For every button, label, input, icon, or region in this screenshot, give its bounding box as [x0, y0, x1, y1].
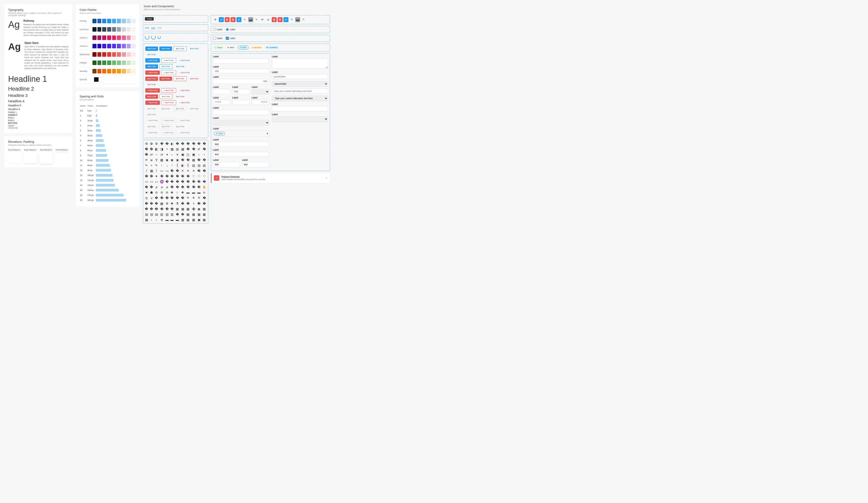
icon-button[interactable]: ✎ — [242, 17, 247, 22]
text-filled-input[interactable] — [213, 152, 269, 157]
color-swatch[interactable] — [107, 27, 111, 32]
color-swatch[interactable] — [92, 35, 96, 40]
button[interactable]: BUTTON — [188, 46, 201, 51]
button[interactable]: + BUTTON — [145, 118, 160, 123]
button[interactable]: + BUTTON — [177, 101, 192, 105]
small-input[interactable] — [232, 99, 250, 105]
text-small-input[interactable] — [242, 162, 269, 167]
color-swatch[interactable] — [122, 19, 126, 23]
placeholder-select[interactable]: placeholder — [272, 81, 328, 87]
color-swatch[interactable] — [107, 19, 111, 23]
color-swatch[interactable] — [97, 52, 102, 57]
button[interactable]: + BUTTON — [145, 71, 160, 75]
color-swatch[interactable] — [102, 52, 106, 57]
yyyy-input[interactable] — [213, 99, 230, 105]
icon-button[interactable]: 📷 — [295, 17, 300, 22]
button[interactable]: BUTTON — [159, 64, 173, 69]
button[interactable]: BUTTON — [145, 46, 158, 51]
color-swatch[interactable] — [132, 35, 136, 40]
color-swatch[interactable] — [112, 44, 116, 48]
color-swatch[interactable] — [102, 35, 106, 40]
text-input[interactable] — [272, 106, 328, 111]
color-swatch[interactable] — [112, 35, 116, 40]
button[interactable]: + BUTTON — [161, 118, 176, 123]
icon-button[interactable]: ⇄ — [236, 17, 241, 22]
lab-input[interactable] — [272, 88, 328, 94]
button[interactable]: BUTTON — [159, 107, 172, 111]
icon-button[interactable]: ⇄ — [283, 17, 288, 22]
color-swatch[interactable] — [92, 27, 96, 32]
text-input[interactable] — [213, 59, 269, 64]
color-swatch[interactable] — [132, 27, 136, 32]
color-swatch[interactable] — [132, 69, 136, 73]
color-swatch[interactable] — [117, 27, 121, 32]
yyyy-right-input[interactable] — [251, 99, 269, 105]
color-swatch[interactable] — [117, 44, 121, 48]
color-swatch[interactable] — [97, 69, 102, 73]
color-swatch[interactable] — [97, 27, 102, 32]
color-swatch[interactable] — [107, 44, 111, 48]
button[interactable]: BUTTON — [145, 76, 158, 81]
color-swatch[interactable] — [122, 44, 126, 48]
button[interactable]: + BUTTON — [161, 88, 176, 93]
color-swatch[interactable] — [127, 52, 131, 57]
color-swatch[interactable] — [117, 61, 121, 65]
icon-button[interactable]: ✎ — [301, 17, 306, 22]
color-swatch[interactable] — [127, 44, 131, 48]
button[interactable]: BUTTON — [145, 124, 158, 129]
icon-button[interactable]: 🗑 — [278, 17, 282, 22]
color-swatch[interactable] — [107, 52, 111, 57]
color-swatch[interactable] — [92, 52, 96, 57]
icon-button[interactable]: 📷 — [248, 17, 253, 22]
button[interactable]: + BUTTON — [177, 130, 192, 135]
icon-button[interactable]: ✎ — [289, 17, 294, 22]
color-swatch[interactable] — [132, 52, 136, 57]
color-swatch[interactable] — [117, 35, 121, 40]
radio-unchecked[interactable]: Label — [213, 28, 222, 31]
color-swatch[interactable] — [112, 52, 116, 57]
color-swatch[interactable] — [97, 19, 102, 23]
text-filled-input[interactable] — [213, 142, 269, 147]
button[interactable]: + BUTTON — [145, 58, 160, 63]
button[interactable]: BUTTON — [145, 107, 158, 111]
button[interactable]: BUTTON — [174, 64, 186, 69]
button[interactable]: + BUTTON — [161, 70, 176, 75]
color-swatch[interactable] — [122, 61, 126, 65]
button[interactable]: + BUTTON — [145, 88, 160, 93]
text-input[interactable] — [213, 110, 269, 115]
button[interactable]: BUTTON — [145, 113, 158, 117]
link-default[interactable]: Link — [145, 27, 149, 29]
button[interactable]: BUTTON — [145, 64, 158, 69]
button[interactable]: + BUTTON — [161, 58, 176, 63]
close-icon[interactable]: ✕ — [326, 177, 328, 180]
color-swatch[interactable] — [102, 61, 106, 65]
small-select[interactable] — [251, 89, 269, 95]
color-swatch[interactable] — [127, 27, 131, 32]
icon-button[interactable]: 👁 — [260, 17, 265, 22]
mm-small-input[interactable] — [232, 89, 250, 94]
chip-in-select[interactable]: ✕ TEXT — [214, 132, 225, 136]
color-swatch[interactable] — [112, 69, 116, 73]
button[interactable]: + BUTTON — [177, 71, 192, 75]
radio-checked[interactable]: Label — [226, 28, 235, 31]
color-swatch[interactable] — [132, 19, 136, 23]
button[interactable]: BUTTON — [173, 46, 186, 51]
color-swatch[interactable] — [94, 77, 99, 82]
color-swatch[interactable] — [92, 61, 96, 65]
button[interactable]: BUTTON — [188, 107, 201, 111]
button[interactable]: BUTTON — [159, 94, 173, 99]
color-swatch[interactable] — [107, 69, 111, 73]
link-underline[interactable]: Link — [151, 27, 155, 29]
button[interactable]: BUTTON — [145, 82, 158, 87]
button[interactable]: + BUTTON — [145, 101, 160, 105]
mm-right-input[interactable] — [213, 79, 269, 84]
color-swatch[interactable] — [102, 27, 106, 32]
button[interactable]: BUTTON — [174, 94, 186, 99]
button[interactable]: BUTTON — [159, 46, 172, 51]
icon-button[interactable]: ✎ — [254, 17, 259, 22]
select-input[interactable] — [272, 116, 328, 122]
color-swatch[interactable] — [127, 69, 131, 73]
color-swatch[interactable] — [122, 69, 126, 73]
color-swatch[interactable] — [92, 19, 96, 23]
text-small-input[interactable] — [213, 162, 240, 167]
